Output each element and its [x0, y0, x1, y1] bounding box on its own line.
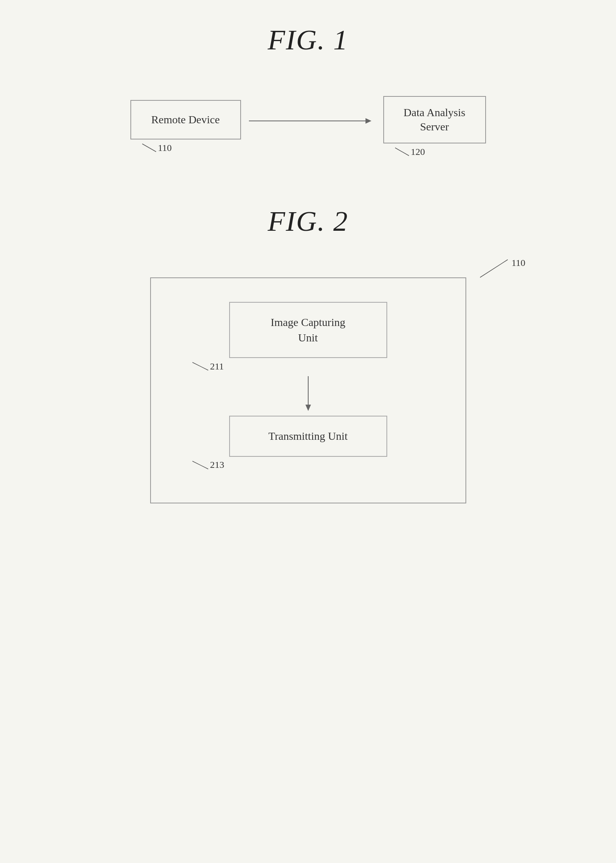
ref-211-line-icon: [190, 360, 210, 372]
ref-213-container: 213: [190, 459, 224, 471]
ref-120-line-icon: [391, 146, 411, 158]
ref-213-line-icon: [190, 459, 210, 471]
remote-device-wrapper: Remote Device 110: [130, 100, 241, 154]
outer-box-container: 110 Image Capturing Unit 211: [150, 277, 466, 503]
ref-213-label: 213: [210, 460, 224, 470]
ref-110-fig2-container: 110: [478, 258, 510, 279]
data-analysis-box: Data Analysis Server: [383, 96, 486, 143]
vertical-arrow-container: [302, 376, 314, 412]
svg-line-3: [395, 148, 409, 156]
svg-line-4: [480, 260, 508, 277]
fig1-arrow-icon: [249, 115, 375, 127]
fig1-diagram: Remote Device 110 Data An: [32, 96, 584, 158]
image-capturing-unit-box: Image Capturing Unit: [229, 302, 387, 358]
svg-line-0: [142, 144, 156, 152]
ref-110-fig2-label: 110: [511, 258, 525, 268]
ref-110-label: 110: [158, 143, 172, 153]
ref-110-line-icon: [138, 142, 158, 154]
fig2-title: FIG. 2: [268, 205, 349, 238]
fig2-section: FIG. 2 110 Image Capturing Unit: [32, 205, 584, 503]
data-analysis-wrapper: Data Analysis Server 120: [383, 96, 486, 158]
fig2-diagram: 110 Image Capturing Unit 211: [32, 277, 584, 503]
ref-211-label: 211: [210, 361, 224, 372]
svg-line-8: [192, 461, 208, 469]
outer-box: Image Capturing Unit 211: [150, 277, 466, 503]
remote-device-label: Remote Device: [151, 113, 220, 127]
fig1-section: FIG. 1 Remote Device 110: [32, 24, 584, 158]
ref-110-container: 110: [138, 142, 172, 154]
vertical-arrow-icon: [302, 376, 314, 412]
ref-211-container: 211: [190, 360, 224, 372]
transmitting-unit-box: Transmitting Unit: [229, 416, 387, 456]
svg-marker-7: [305, 405, 311, 411]
image-capturing-unit-label: Image Capturing Unit: [271, 316, 345, 344]
fig1-arrow-container: [249, 115, 375, 127]
page-content: FIG. 1 Remote Device 110: [32, 24, 584, 503]
ref-120-label: 120: [411, 147, 425, 157]
transmitting-unit-label: Transmitting Unit: [268, 430, 347, 442]
remote-device-box: Remote Device: [130, 100, 241, 139]
ref-120-container: 120: [391, 146, 425, 158]
svg-marker-2: [365, 118, 371, 124]
fig1-title: FIG. 1: [268, 24, 349, 57]
svg-line-5: [192, 362, 208, 370]
ref-110-fig2-line-icon: [478, 258, 510, 279]
data-analysis-label: Data Analysis Server: [403, 106, 465, 134]
